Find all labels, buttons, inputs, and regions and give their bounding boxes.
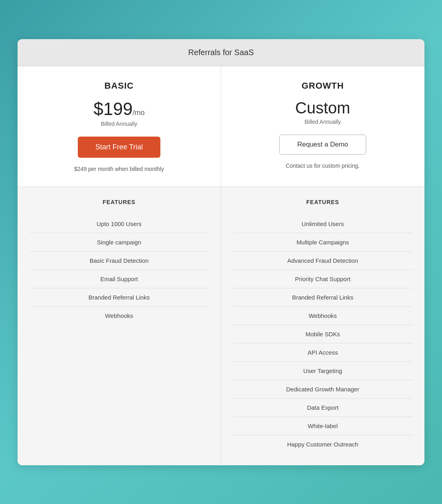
basic-plan-name: BASIC xyxy=(30,81,209,91)
features-section: FEATURES Upto 1000 UsersSingle campaignB… xyxy=(18,187,424,465)
basic-price-amount: $199 xyxy=(94,99,133,119)
list-item: User Targeting xyxy=(233,362,412,380)
growth-plan-price: Custom xyxy=(233,99,412,117)
card-title: Referrals for SaaS xyxy=(188,48,254,57)
pricing-top-row: BASIC $199/mo Billed Annually Start Free… xyxy=(18,66,424,187)
basic-features-heading: FEATURES xyxy=(30,199,209,205)
card-header: Referrals for SaaS xyxy=(18,39,424,66)
pricing-card: Referrals for SaaS BASIC $199/mo Billed … xyxy=(18,39,424,465)
growth-plan-name: GROWTH xyxy=(233,81,412,91)
basic-price-period: /mo xyxy=(132,109,144,117)
list-item: Priority Chat Support xyxy=(233,270,412,288)
list-item: Email Support xyxy=(30,270,209,288)
list-item: Data Export xyxy=(233,399,412,417)
growth-features-col: FEATURES Unlimited UsersMultiple Campaig… xyxy=(221,187,424,465)
basic-features-col: FEATURES Upto 1000 UsersSingle campaignB… xyxy=(18,187,221,465)
growth-features-heading: FEATURES xyxy=(233,199,412,205)
list-item: Unlimited Users xyxy=(233,215,412,233)
basic-features-list: Upto 1000 UsersSingle campaignBasic Frau… xyxy=(30,215,209,325)
list-item: Webhooks xyxy=(30,307,209,325)
list-item: Multiple Campaigns xyxy=(233,233,412,252)
list-item: Dedicated Growth Manager xyxy=(233,380,412,399)
basic-plan-header: BASIC $199/mo Billed Annually Start Free… xyxy=(18,66,221,187)
growth-note: Contact us for custom pricing. xyxy=(233,163,412,169)
list-item: Single campaign xyxy=(30,233,209,252)
list-item: Upto 1000 Users xyxy=(30,215,209,233)
growth-plan-header: GROWTH Custom Billed Annually Request a … xyxy=(221,66,424,187)
list-item: Branded Referral Links xyxy=(233,288,412,307)
request-demo-button[interactable]: Request a Demo xyxy=(279,135,366,155)
basic-billing: Billed Annually xyxy=(30,121,209,127)
list-item: Advanced Fraud Detection xyxy=(233,252,412,270)
list-item: Mobile SDKs xyxy=(233,325,412,343)
list-item: API Access xyxy=(233,343,412,362)
list-item: Happy Customer Outreach xyxy=(233,435,412,453)
basic-plan-price: $199/mo xyxy=(30,99,209,119)
list-item: White-label xyxy=(233,417,412,435)
list-item: Basic Fraud Detection xyxy=(30,252,209,270)
basic-note: $249 per month when billed monthly xyxy=(30,166,209,172)
growth-billing: Billed Annually xyxy=(233,119,412,125)
growth-features-list: Unlimited UsersMultiple CampaignsAdvance… xyxy=(233,215,412,453)
list-item: Webhooks xyxy=(233,307,412,325)
start-free-trial-button[interactable]: Start Free Trial xyxy=(78,137,160,158)
list-item: Branded Referral Links xyxy=(30,288,209,307)
